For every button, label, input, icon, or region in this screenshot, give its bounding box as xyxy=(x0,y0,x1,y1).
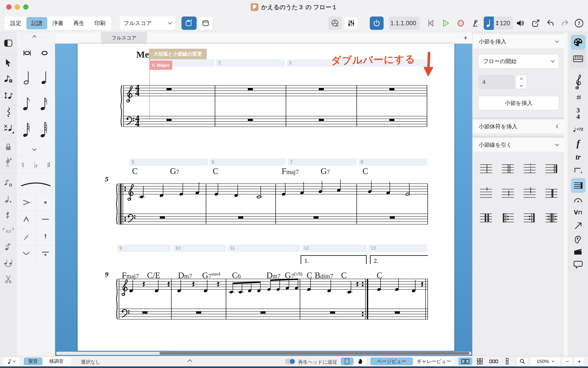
tab-full-score[interactable]: フルスコア xyxy=(101,32,147,44)
chord-symbol[interactable]: C xyxy=(363,166,368,176)
music-system-2[interactable]: 5 xyxy=(102,170,431,239)
help-button[interactable]: ? xyxy=(574,18,584,28)
stepper-up-button[interactable] xyxy=(516,75,527,82)
marcato-button[interactable] xyxy=(17,211,36,227)
sounding-pitch-button[interactable]: 実音 xyxy=(24,358,43,365)
sharp-accidental-button[interactable]: ♯ xyxy=(42,158,55,172)
share-button[interactable] xyxy=(531,18,541,28)
galley-view-button[interactable]: ギャレービュー xyxy=(413,358,454,365)
expand-transport-button[interactable] xyxy=(188,360,191,364)
section-draw-barlines[interactable]: 小節線を引く xyxy=(473,138,564,152)
page-view-button[interactable]: ページビュー xyxy=(370,358,413,365)
bar-number-strip[interactable]: 11 xyxy=(228,245,300,252)
comments-tool[interactable] xyxy=(573,259,583,269)
barline-start-repeat-button[interactable] xyxy=(497,205,519,230)
bars-barlines-tool[interactable] xyxy=(571,178,586,193)
tenuto-button[interactable] xyxy=(36,211,55,227)
bar-number-strip[interactable]: 13 xyxy=(368,245,427,252)
zoom-search-button[interactable] xyxy=(516,357,528,366)
loure-button[interactable] xyxy=(36,245,55,262)
chord-symbol[interactable]: G7 xyxy=(321,166,330,176)
play-button[interactable] xyxy=(440,18,451,28)
score-page[interactable]: Medium Swing ♩ = 120 大括弧と小節線の変更 C Major … xyxy=(78,44,454,351)
chord-symbol[interactable]: Fmaj7 xyxy=(282,166,299,176)
note-quarter-button[interactable] xyxy=(36,66,53,89)
barline-normal-button[interactable] xyxy=(475,156,497,181)
rhythm-dot-button[interactable] xyxy=(2,193,14,205)
tied-notes-button[interactable] xyxy=(2,257,14,269)
note-half-button[interactable] xyxy=(18,66,36,89)
soft-accent-button[interactable] xyxy=(17,229,36,245)
video-cues-tool[interactable] xyxy=(573,247,583,257)
ear-training-tool[interactable] xyxy=(573,234,583,245)
staccato-button[interactable] xyxy=(36,194,55,211)
scroll-up-button[interactable] xyxy=(33,35,36,39)
record-button[interactable] xyxy=(456,18,466,28)
chord-symbol[interactable]: C/E xyxy=(147,270,160,280)
barline-tick-button[interactable] xyxy=(475,181,497,205)
note-thirtysecond-button[interactable] xyxy=(18,119,36,141)
bar-number-strip[interactable]: 10 xyxy=(173,245,226,252)
undo-button[interactable] xyxy=(545,18,555,28)
follow-playhead-toggle[interactable] xyxy=(285,359,295,364)
chord-symbol[interactable]: C xyxy=(132,166,138,176)
barline-thick-button[interactable] xyxy=(541,181,562,205)
tab-engrave[interactable]: 浄書 xyxy=(47,17,68,29)
music-system-3[interactable]: 9 1. 2. xyxy=(102,253,431,331)
bar-number-strip[interactable]: 9 xyxy=(117,245,171,252)
lines-tool[interactable] xyxy=(573,165,583,175)
pages-vertical-button[interactable] xyxy=(502,358,513,365)
bar-count-stepper[interactable] xyxy=(515,75,527,89)
dynamics-tool[interactable]: f xyxy=(573,137,583,149)
chord-symbol[interactable]: C xyxy=(377,270,383,280)
pages-horizontal-button[interactable] xyxy=(487,358,501,365)
insert-bars-button[interactable]: 小節を挿入 xyxy=(478,96,559,110)
add-tab-button[interactable]: + xyxy=(461,34,470,42)
chord-symbol[interactable]: C6 xyxy=(232,270,241,280)
zoom-in-button[interactable]: + xyxy=(574,357,584,366)
clefs-tool[interactable] xyxy=(573,72,583,91)
note-eighth-button[interactable] xyxy=(18,92,36,115)
tempo-tool[interactable]: =72 xyxy=(573,125,583,134)
scroll-down-button[interactable] xyxy=(33,147,36,151)
barline-double-button[interactable] xyxy=(497,156,519,181)
ornament-tool-button[interactable] xyxy=(2,106,14,118)
flat-accidental-button[interactable]: ♭ xyxy=(29,158,42,172)
accent-button[interactable] xyxy=(17,194,36,211)
holds-pauses-button[interactable] xyxy=(2,122,14,134)
notes-palette-tool[interactable] xyxy=(571,35,586,50)
rhythmic-grid-dropdown[interactable] xyxy=(3,357,20,366)
mixer-button[interactable] xyxy=(344,17,358,30)
bar-number-strip[interactable]: 12 xyxy=(302,245,367,252)
tab-setup[interactable]: 設定 xyxy=(5,17,26,29)
tab-print[interactable]: 印刷 xyxy=(89,17,111,29)
chord-symbol[interactable]: G7 xyxy=(170,166,179,176)
barline-short-button[interactable] xyxy=(497,181,519,205)
hand-pan-button[interactable] xyxy=(354,358,366,365)
unstress-button[interactable] xyxy=(17,245,36,262)
note-whole-button[interactable] xyxy=(36,43,53,63)
chord-symbol[interactable]: C xyxy=(307,270,312,280)
staccatissimo-button[interactable] xyxy=(36,229,55,245)
note-sixtyfourth-button[interactable] xyxy=(36,119,53,141)
barline-half-button[interactable] xyxy=(519,181,541,205)
arrow-line-tool[interactable] xyxy=(573,221,583,231)
barline-dashed-button[interactable] xyxy=(519,156,541,181)
barline-final-button[interactable] xyxy=(541,156,562,181)
bar-count-field[interactable]: 4 xyxy=(478,75,515,89)
metronome-button[interactable] xyxy=(470,18,481,28)
chord-symbol[interactable]: Fmaj7 xyxy=(122,270,139,280)
tuplet-tool-button[interactable]: 3:2 xyxy=(2,225,14,237)
barline-end-start-repeat-button[interactable] xyxy=(541,205,562,230)
pitch-edit-button[interactable] xyxy=(2,90,14,101)
insert-position-dropdown[interactable]: フローの開始 xyxy=(478,54,559,68)
grace-note-button[interactable] xyxy=(2,177,14,189)
horizontal-scrollbar-thumb[interactable] xyxy=(159,352,469,355)
section-insert-bars[interactable]: 小節を挿入 xyxy=(473,34,564,49)
marquee-select-button[interactable] xyxy=(341,358,354,365)
horizontal-scrollbar[interactable] xyxy=(56,352,471,355)
rest-tool-button[interactable] xyxy=(2,209,14,221)
video-button[interactable] xyxy=(328,17,342,30)
new-tab-button[interactable] xyxy=(181,17,197,30)
bar-number-strip[interactable]: 8 xyxy=(358,158,427,166)
